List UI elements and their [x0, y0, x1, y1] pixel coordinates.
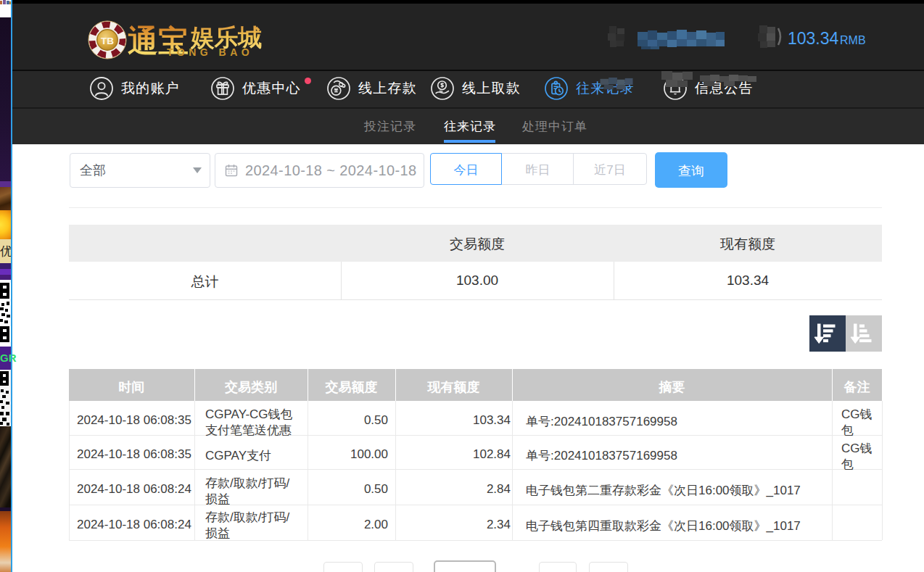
svg-text:TB: TB	[101, 36, 114, 46]
